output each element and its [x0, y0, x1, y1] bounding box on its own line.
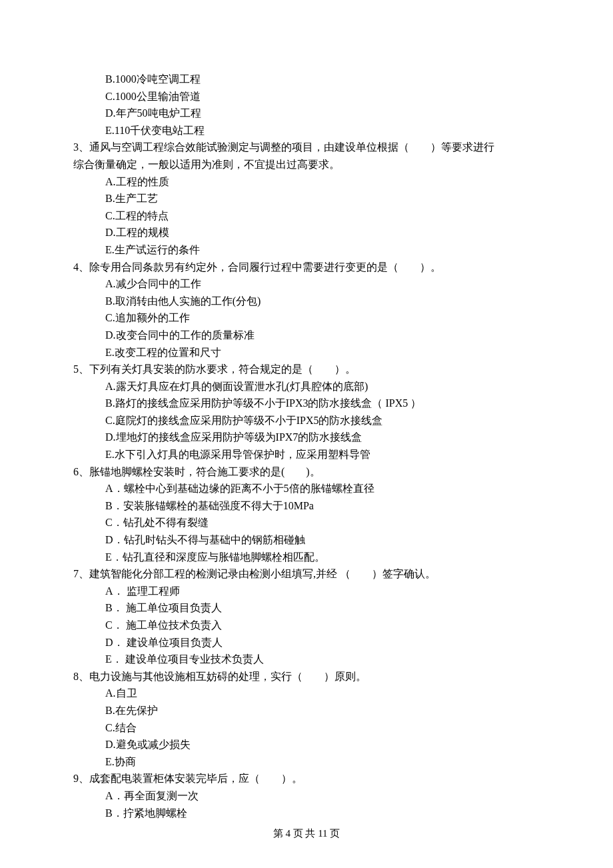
- option-D: D．钻孔时钻头不得与基础中的钢筋相碰触: [73, 531, 540, 549]
- option-D: D.年产50吨电炉工程: [73, 105, 540, 122]
- question-3-stem-line1: 3、通风与空调工程综合效能试验测定与调整的项目，由建设单位根据（ ）等要求进行: [73, 139, 540, 156]
- option-A: A． 监理工程师: [73, 583, 540, 600]
- option-A: A.减少合同中的工作: [73, 275, 540, 293]
- question-8-stem: 8、电力设施与其他设施相互妨碍的处理，实行（ ）原则。: [73, 668, 540, 685]
- question-4-stem: 4、除专用合同条款另有约定外，合同履行过程中需要进行变更的是（ ）。: [73, 259, 540, 276]
- option-A: A．再全面复测一次: [73, 787, 540, 805]
- option-D: D.避免或减少损失: [73, 736, 540, 753]
- option-E: E.水下引入灯具的电源采用导管保护时，应采用塑料导管: [73, 446, 540, 463]
- option-B: B.路灯的接线盒应采用防护等级不小于IPX3的防水接线盒（ IPX5 ）: [73, 395, 540, 412]
- option-A: A.露天灯具应在灯具的侧面设置泄水孔(灯具腔体的底部): [73, 378, 540, 395]
- option-C: C.工程的特点: [73, 207, 540, 225]
- option-A: A.工程的性质: [73, 173, 540, 191]
- question-5-stem: 5、下列有关灯具安装的防水要求，符合规定的是（ ）。: [73, 361, 540, 378]
- option-B: B． 施工单位项目负责人: [73, 599, 540, 617]
- option-E: E.改变工程的位置和尺寸: [73, 344, 540, 361]
- option-D: D.工程的规模: [73, 224, 540, 241]
- option-E: E.生产试运行的条件: [73, 241, 540, 259]
- option-A: A.自卫: [73, 685, 540, 702]
- option-A: A．螺栓中心到基础边缘的距离不小于5倍的胀锚螺栓直径: [73, 480, 540, 497]
- option-E: E． 建设单位项目专业技术负责人: [73, 651, 540, 668]
- option-D: D.埋地灯的接线盒应采用防护等级为IPX7的防水接线盒: [73, 429, 540, 446]
- option-D: D.改变合同中的工作的质量标准: [73, 327, 540, 344]
- option-B: B.在先保护: [73, 702, 540, 719]
- page-footer: 第 4 页 共 11 页: [0, 825, 613, 841]
- option-C: C． 施工单位技术负责入: [73, 617, 540, 634]
- question-9-stem: 9、成套配电装置柜体安装完毕后，应（ ）。: [73, 770, 540, 787]
- option-B: B.1000冷吨空调工程: [73, 71, 540, 88]
- document-page: B.1000冷吨空调工程 C.1000公里输油管道 D.年产50吨电炉工程 E.…: [0, 0, 613, 868]
- option-C: C.追加额外的工作: [73, 309, 540, 327]
- option-B: B．拧紧地脚螺栓: [73, 805, 540, 822]
- option-C: C.1000公里输油管道: [73, 88, 540, 105]
- question-3-stem-line2: 综合衡量确定，一般以适用为准则，不宜提出过高要求。: [73, 156, 540, 173]
- option-D: D． 建设单位项目负责人: [73, 634, 540, 651]
- option-C: C.庭院灯的接线盒应采用防护等级不小于IPX5的防水接线盒: [73, 412, 540, 429]
- option-E: E.110千伏变电站工程: [73, 122, 540, 139]
- option-B: B.取消转由他人实施的工作(分包): [73, 293, 540, 310]
- option-B: B.生产工艺: [73, 190, 540, 207]
- option-C: C．钻孔处不得有裂缝: [73, 514, 540, 531]
- question-7-stem: 7、建筑智能化分部工程的检测记录由检测小组填写,并经 （ ）签字确认。: [73, 565, 540, 583]
- option-C: C.结合: [73, 719, 540, 737]
- option-E: E.协商: [73, 753, 540, 771]
- question-6-stem: 6、胀锚地脚螺栓安装时，符合施工要求的是( )。: [73, 463, 540, 481]
- option-E: E．钻孔直径和深度应与胀锚地脚螺栓相匹配。: [73, 549, 540, 566]
- option-B: B．安装胀锚螺栓的基础强度不得大于10MPa: [73, 497, 540, 515]
